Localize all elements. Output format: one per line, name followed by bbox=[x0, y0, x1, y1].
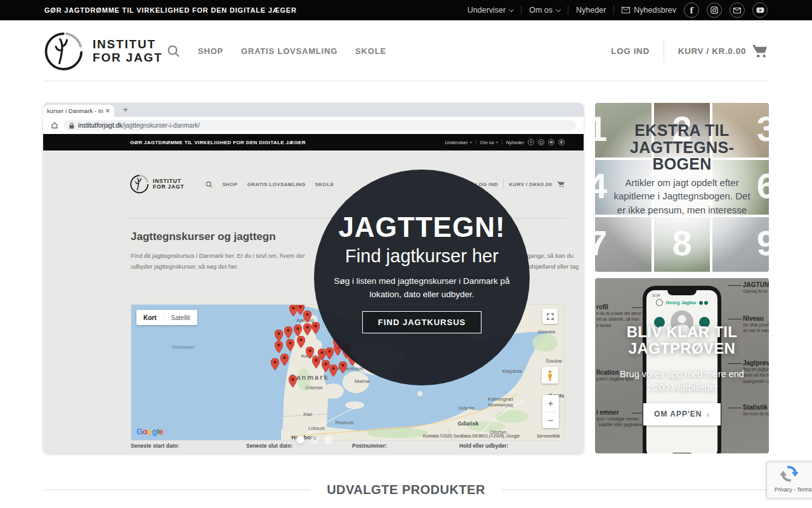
slider-dot-2[interactable] bbox=[310, 436, 318, 444]
map-pin[interactable] bbox=[303, 323, 311, 335]
mini-menu-underviser[interactable]: Underviser bbox=[445, 140, 471, 145]
map-pin[interactable] bbox=[275, 330, 283, 342]
map-pin[interactable] bbox=[339, 361, 347, 373]
map-satellit-button[interactable]: Satellit bbox=[164, 314, 197, 321]
instagram-icon[interactable]: ◻ bbox=[538, 139, 544, 145]
map-pin[interactable] bbox=[294, 324, 302, 337]
nav-skole[interactable]: SKOLE bbox=[355, 46, 386, 56]
cart-icon[interactable] bbox=[752, 44, 768, 58]
app-title-line2: JAGTPRØVEN bbox=[627, 340, 738, 357]
map-pin[interactable] bbox=[271, 358, 279, 370]
find-jagtkursus-button[interactable]: FIND JAGTKURSUS bbox=[362, 311, 482, 333]
instagram-icon[interactable] bbox=[707, 3, 722, 18]
url-text: institutforjagt.dk/jagttegnskurser-i-dan… bbox=[78, 122, 200, 129]
search-icon[interactable] bbox=[167, 44, 180, 58]
zoom-out-button[interactable]: − bbox=[542, 412, 559, 429]
phone-icon[interactable]: ✆ bbox=[558, 139, 565, 145]
extra-banner[interactable]: 123456789 EKSTRA TIL JAGTTEGNS- BOGEN Ar… bbox=[595, 103, 769, 272]
new-tab-icon[interactable]: + bbox=[123, 105, 128, 114]
facebook-icon[interactable]: f bbox=[528, 139, 534, 145]
google-logo[interactable]: Google bbox=[136, 427, 163, 436]
chevron-down-icon bbox=[509, 6, 514, 11]
streetview-pegman[interactable] bbox=[542, 367, 558, 384]
hero-circle-overlay: JAGTTEGN! Find jagtkurser her Søg i list… bbox=[314, 170, 530, 385]
mini-intro-line1: Find dit jagttegnskursus i Danmark her. … bbox=[131, 252, 305, 259]
map-terms-link[interactable]: Servicevilkår bbox=[537, 434, 560, 438]
browser-tabstrip: kurser i Danmark - Inst ✕ + bbox=[43, 103, 584, 117]
extra-title-line2: JAGTTEGNS- bbox=[630, 139, 734, 156]
map-attribution: Kortdata ©2020 GeoBasis-DE/BKG (©2009), … bbox=[423, 434, 520, 438]
close-icon[interactable]: ✕ bbox=[105, 107, 110, 114]
slider-dot-1[interactable] bbox=[296, 436, 304, 444]
app-title: BLIV KLAR TIL JAGTPRØVEN bbox=[627, 324, 738, 358]
map-label: Калининград bbox=[488, 403, 513, 407]
cart-icon[interactable] bbox=[557, 181, 565, 187]
map-label: Malmø bbox=[355, 378, 370, 384]
mini-header-right: LOG IND KURV / DKK0.00 bbox=[475, 179, 565, 189]
map-pin[interactable] bbox=[311, 322, 320, 334]
map-pin[interactable] bbox=[289, 304, 298, 316]
map-type-control: Kort Satellit bbox=[136, 310, 197, 325]
om-appen-button[interactable]: OM APP'EN › bbox=[643, 403, 721, 425]
main-nav: SHOP GRATIS LOVSAMLING SKOLE bbox=[167, 20, 386, 81]
menu-om-os[interactable]: Om os bbox=[529, 6, 560, 15]
url-path: /jagttegnskurser-i-danmark/ bbox=[122, 122, 200, 129]
browser-tab[interactable]: kurser i Danmark - Inst ✕ bbox=[43, 105, 114, 117]
mini-cart-link[interactable]: KURV / DKK0.00 bbox=[509, 182, 552, 187]
recaptcha-badge[interactable]: Privacy - Terms bbox=[766, 462, 812, 498]
slider-dot-3[interactable] bbox=[324, 436, 332, 444]
map-pin[interactable] bbox=[289, 375, 297, 387]
map-label: Rostock bbox=[336, 420, 354, 425]
mini-nav-gratis-lovsamling[interactable]: GRATIS LOVSAMLING bbox=[247, 182, 306, 187]
search-icon[interactable] bbox=[206, 181, 213, 188]
email-icon[interactable]: ✉ bbox=[548, 139, 554, 145]
nav-shop[interactable]: SHOP bbox=[198, 46, 223, 56]
menu-underviser-label: Underviser bbox=[468, 6, 506, 15]
map-pin[interactable] bbox=[284, 326, 292, 338]
mini-menu-nyheder[interactable]: Nyheder bbox=[506, 140, 524, 145]
app-banner[interactable]: rofiln du bl.a lade din lærermt se stati… bbox=[595, 278, 769, 453]
url-bar[interactable]: institutforjagt.dk/jagttegnskurser-i-dan… bbox=[63, 120, 576, 131]
youtube-icon[interactable] bbox=[752, 3, 768, 18]
menu-nyhedsbrev[interactable]: Nyhedsbrev bbox=[622, 6, 676, 15]
extra-title-line1: EKSTRA TIL bbox=[630, 122, 734, 139]
map-pin[interactable] bbox=[280, 354, 289, 366]
nav-gratis-lovsamling[interactable]: GRATIS LOVSAMLING bbox=[241, 46, 337, 56]
home-icon[interactable] bbox=[51, 121, 58, 129]
fullscreen-button[interactable] bbox=[542, 309, 558, 324]
map-pin[interactable] bbox=[297, 336, 305, 348]
facebook-icon[interactable]: f bbox=[684, 3, 699, 18]
map-kort-button[interactable]: Kort bbox=[136, 314, 164, 321]
map-pin[interactable] bbox=[329, 364, 337, 377]
app-body: Brug vores app med mere end 1.200 vildtb… bbox=[608, 368, 756, 394]
page: GØR JAGTDRØMME TIL VIRKELIGHED FOR DEN D… bbox=[0, 0, 812, 508]
mini-menu-om-os[interactable]: Om os bbox=[480, 140, 498, 145]
zoom-in-button[interactable]: + bbox=[542, 395, 559, 411]
extra-title: EKSTRA TIL JAGTTEGNS- BOGEN bbox=[630, 122, 734, 173]
chevron-down-icon bbox=[556, 6, 561, 11]
site-logo[interactable]: INSTITUT FOR JAGT bbox=[44, 32, 162, 71]
mini-topbar: GØR JAGTDRØMME TIL VIRKELIGHED FOR DEN D… bbox=[43, 134, 584, 150]
mini-nav-skole[interactable]: SKOLE bbox=[315, 182, 334, 187]
map-pin[interactable] bbox=[303, 311, 311, 323]
phone-notch bbox=[667, 290, 697, 295]
email-icon[interactable] bbox=[730, 3, 745, 18]
map-label: Lübeck bbox=[308, 425, 325, 431]
map-pin[interactable] bbox=[318, 349, 326, 361]
url-domain: institutforjagt.dk bbox=[78, 122, 122, 129]
cart-link[interactable]: KURV / KR.0.00 bbox=[678, 46, 746, 56]
map-pin[interactable] bbox=[286, 339, 294, 351]
divider bbox=[502, 140, 502, 145]
postal-code-label: Postnummer: bbox=[352, 443, 452, 449]
chevron-down-icon bbox=[495, 140, 498, 143]
mini-nav-shop[interactable]: SHOP bbox=[222, 182, 237, 187]
login-link[interactable]: LOG IND bbox=[611, 46, 649, 56]
divider bbox=[521, 6, 521, 15]
divider bbox=[476, 140, 476, 145]
menu-nyheder[interactable]: Nyheder bbox=[576, 6, 606, 15]
menu-om-os-label: Om os bbox=[529, 6, 553, 15]
map-pin[interactable] bbox=[275, 341, 283, 353]
provider-label: Hold eller udbyder: bbox=[459, 443, 565, 449]
menu-underviser[interactable]: Underviser bbox=[468, 6, 513, 15]
browser-addressbar: institutforjagt.dk/jagttegnskurser-i-dan… bbox=[43, 117, 584, 134]
